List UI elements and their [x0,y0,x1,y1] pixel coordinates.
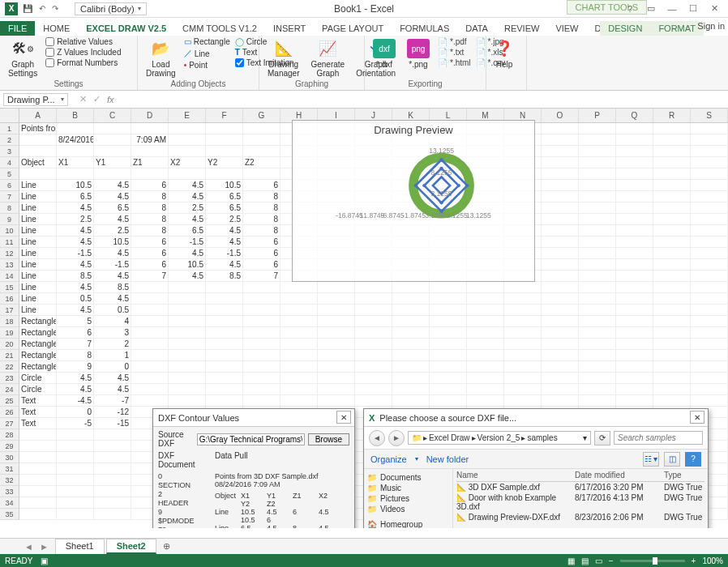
zoom-in-icon[interactable]: + [692,556,696,565]
cell[interactable] [355,305,392,316]
cell[interactable] [318,339,355,350]
cell[interactable] [206,134,243,146]
row-header[interactable]: 32 [0,475,19,486]
cell[interactable] [579,214,616,225]
row-header[interactable]: 30 [0,452,19,463]
cell[interactable]: Rectangle [19,361,57,373]
cell[interactable] [579,361,616,373]
cell[interactable]: 6 [131,180,169,191]
help-blue-icon[interactable]: ? [685,452,701,467]
cell[interactable] [355,339,392,350]
view-normal-icon[interactable]: ▦ [567,556,575,565]
cell[interactable]: -1.5 [169,237,206,248]
cell[interactable]: 4.5 [94,271,131,282]
cell[interactable] [19,509,57,520]
cell[interactable] [131,123,169,134]
cell[interactable] [653,157,691,168]
cell[interactable] [206,395,243,407]
qat-redo-icon[interactable]: ↷ [52,4,58,13]
cell[interactable] [691,395,728,407]
cell[interactable] [616,191,653,202]
cell[interactable] [57,452,94,463]
cell[interactable]: -7 [94,395,131,407]
col-type[interactable]: Type [664,471,704,480]
cell[interactable] [19,441,57,452]
cell[interactable] [355,373,392,384]
cell[interactable]: Line [19,259,57,271]
cell[interactable] [392,327,430,339]
row-header[interactable]: 5 [0,168,19,180]
cell[interactable] [19,475,57,486]
nav-pictures[interactable]: 📁Pictures [367,493,449,504]
cell[interactable] [579,225,616,237]
cell[interactable] [504,282,542,293]
cell[interactable] [653,237,691,248]
cell[interactable] [280,327,318,339]
cell[interactable] [616,361,653,373]
cell[interactable] [392,282,430,293]
rect-button[interactable]: ▭Rectangle [184,37,230,46]
cell[interactable] [542,316,579,327]
cell[interactable]: 4.5 [57,305,94,316]
row-header[interactable]: 24 [0,384,19,395]
cell[interactable]: -1.5 [57,248,94,259]
cell[interactable]: 7 [57,339,94,350]
cell[interactable] [169,316,206,327]
cell[interactable] [691,180,728,191]
cell[interactable] [131,327,169,339]
cell[interactable] [691,373,728,384]
cell[interactable] [243,316,280,327]
worksheet[interactable]: ABCDEFGHIJKLMNOPQRS 1Points from 3D DXF … [0,109,728,528]
cell[interactable]: Line [19,237,57,248]
cell[interactable]: 8 [243,202,280,214]
cell[interactable] [355,384,392,395]
cell[interactable]: 5 [57,316,94,327]
row-header[interactable]: 34 [0,497,19,509]
cell[interactable] [691,282,728,293]
cell[interactable] [504,361,542,373]
cell[interactable]: 6.5 [206,202,243,214]
cell[interactable] [579,305,616,316]
cell[interactable] [243,305,280,316]
cell[interactable]: Rectangle [19,350,57,361]
cell[interactable]: Rectangle [19,316,57,327]
cell[interactable] [169,282,206,293]
cell[interactable] [467,293,504,305]
cell[interactable]: Line [19,202,57,214]
cell[interactable]: 4.5 [169,191,206,202]
cell[interactable] [57,123,94,134]
cell[interactable] [131,282,169,293]
cell[interactable] [579,271,616,282]
cell[interactable] [691,168,728,180]
cell[interactable] [691,214,728,225]
cell[interactable]: -4.5 [57,395,94,407]
cell[interactable] [430,350,467,361]
cell[interactable] [318,293,355,305]
cell[interactable] [280,384,318,395]
cell[interactable]: 9 [57,361,94,373]
cell[interactable]: 4.5 [94,384,131,395]
new-sheet-icon[interactable]: ⊕ [158,541,175,552]
cell[interactable] [542,180,579,191]
cell[interactable] [57,509,94,520]
file-row[interactable]: 📐 Door with knob Example 3D.dxf8/17/2016… [456,492,704,512]
cell[interactable] [691,384,728,395]
row-header[interactable]: 22 [0,361,19,373]
cell[interactable] [430,316,467,327]
cell[interactable] [206,339,243,350]
cell[interactable] [280,361,318,373]
cell[interactable] [691,134,728,146]
cell[interactable] [542,202,579,214]
cell[interactable] [392,339,430,350]
cell[interactable] [616,395,653,407]
cell[interactable] [19,452,57,463]
cell[interactable] [19,486,57,497]
cell[interactable]: Text [19,418,57,429]
name-box[interactable]: Drawing P... [3,93,68,106]
cell[interactable] [691,259,728,271]
cell[interactable] [653,361,691,373]
cell[interactable]: 10.5 [206,180,243,191]
cell[interactable] [318,305,355,316]
cell[interactable] [430,384,467,395]
cell[interactable] [691,202,728,214]
